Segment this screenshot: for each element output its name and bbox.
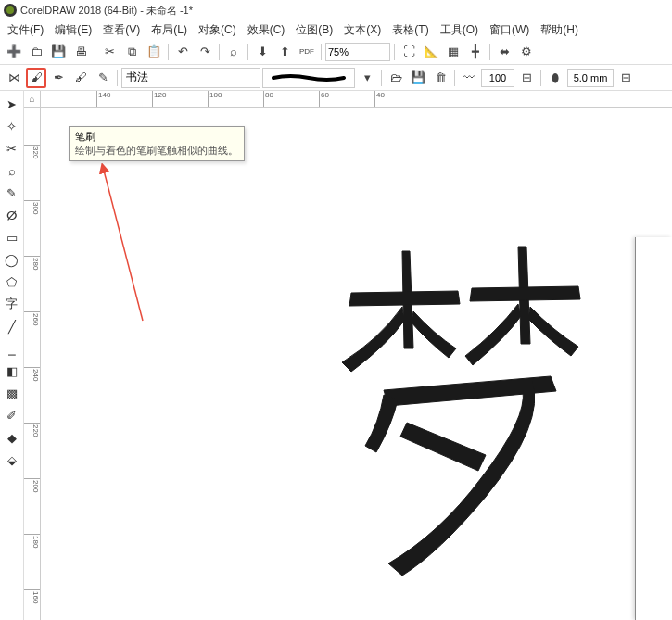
import-icon[interactable]: ⬇ <box>252 42 273 62</box>
polygon-tool-icon[interactable]: ⬠ <box>3 272 21 291</box>
pick-tool-icon[interactable]: ➤ <box>3 95 21 113</box>
separator <box>540 70 541 86</box>
separator <box>321 44 322 60</box>
export-icon[interactable]: ⬆ <box>274 42 295 62</box>
print-icon[interactable]: 🖶 <box>70 42 91 62</box>
title-bar: CorelDRAW 2018 (64-Bit) - 未命名 -1* <box>0 0 672 20</box>
menu-window[interactable]: 窗口(W) <box>486 22 533 38</box>
canvas-area: ⌂ 140 120 100 80 60 40 320 300 280 260 2… <box>24 91 672 620</box>
pdf-icon[interactable]: PDF <box>297 42 317 62</box>
menu-bitmap[interactable]: 位图(B) <box>292 22 336 38</box>
tooltip: 笔刷 绘制与着色的笔刷笔触相似的曲线。 <box>69 126 245 161</box>
menu-file[interactable]: 文件(F) <box>4 22 47 38</box>
menu-edit[interactable]: 编辑(E) <box>51 22 95 38</box>
fullscreen-icon[interactable]: ⛶ <box>399 42 419 62</box>
ruler-tick: 200 <box>24 478 40 492</box>
tooltip-title: 笔刷 <box>75 130 238 144</box>
snap-icon[interactable]: ⬌ <box>494 42 514 62</box>
artistic-media-icon[interactable]: ⵁ <box>3 206 21 224</box>
tooltip-description: 绘制与着色的笔刷笔触相似的曲线。 <box>75 144 238 158</box>
stepper-icon[interactable]: ⊟ <box>516 68 537 88</box>
ruler-tick: 100 <box>208 91 222 107</box>
undo-icon[interactable]: ↶ <box>172 42 193 62</box>
open-icon[interactable]: 🗀 <box>26 42 46 62</box>
guide-icon[interactable]: ╋ <box>465 42 486 62</box>
brush-tool-icon[interactable]: 🖌 <box>26 68 46 88</box>
ruler-tick: 40 <box>374 91 385 107</box>
drop-shadow-icon[interactable]: ◧ <box>3 361 21 380</box>
ruler-tick: 160 <box>24 589 40 603</box>
options-icon[interactable]: ⚙ <box>516 42 537 62</box>
parallel-dim-icon[interactable]: ╱ <box>3 317 21 335</box>
nib-icon[interactable]: ⬮ <box>545 68 565 88</box>
zoom-tool-icon[interactable]: ⌕ <box>3 161 21 180</box>
redo-icon[interactable]: ↷ <box>195 42 215 62</box>
app-icon <box>4 4 17 17</box>
rectangle-tool-icon[interactable]: ▭ <box>3 228 21 247</box>
browse-icon[interactable]: 🗁 <box>386 68 406 88</box>
ruler-origin-icon[interactable]: ⌂ <box>24 91 41 108</box>
delete-icon[interactable]: 🗑 <box>430 68 450 88</box>
menu-object[interactable]: 对象(C) <box>195 22 240 38</box>
annotation-arrow-icon <box>96 163 171 330</box>
svg-line-0 <box>104 171 143 321</box>
copy-icon[interactable]: ⧉ <box>121 42 142 62</box>
artwork-calligraphy <box>300 237 615 589</box>
pressure-icon[interactable]: ✎ <box>93 68 113 88</box>
menu-tools[interactable]: 工具(O) <box>437 22 482 38</box>
stroke-preview[interactable] <box>262 68 355 88</box>
menu-help[interactable]: 帮助(H) <box>537 22 582 38</box>
separator <box>168 44 169 60</box>
toolbox: ➤ ✧ ✂ ⌕ ✎ ⵁ ▭ ◯ ⬠ 字 ╱ ⎯ ◧ ▩ ✐ ◆ ⬙ <box>0 91 24 620</box>
separator <box>219 44 220 60</box>
preset-icon[interactable]: ⋈ <box>4 68 24 88</box>
smoothing-input[interactable] <box>481 69 514 87</box>
text-tool-icon[interactable]: 字 <box>3 295 21 313</box>
menu-text[interactable]: 文本(X) <box>340 22 385 38</box>
separator <box>117 70 118 86</box>
ruler-tick: 60 <box>319 91 329 107</box>
transparency-icon[interactable]: ▩ <box>3 384 21 402</box>
window-title: CorelDRAW 2018 (64-Bit) - 未命名 -1* <box>20 4 193 18</box>
stroke-size-input[interactable] <box>567 69 614 87</box>
save-brush-icon[interactable]: 💾 <box>408 68 428 88</box>
spray-icon[interactable]: ✒ <box>48 68 69 88</box>
ruler-icon[interactable]: 📐 <box>421 42 441 62</box>
new-icon[interactable]: ➕ <box>4 42 24 62</box>
save-icon[interactable]: 💾 <box>48 42 69 62</box>
canvas[interactable]: 笔刷 绘制与着色的笔刷笔触相似的曲线。 <box>41 108 672 620</box>
ruler-tick: 80 <box>263 91 273 107</box>
crop-tool-icon[interactable]: ✂ <box>3 139 21 158</box>
menu-layout[interactable]: 布局(L) <box>147 22 191 38</box>
menu-view[interactable]: 查看(V) <box>99 22 144 38</box>
menu-bar: 文件(F) 编辑(E) 查看(V) 布局(L) 对象(C) 效果(C) 位图(B… <box>0 20 672 39</box>
paste-icon[interactable]: 📋 <box>144 42 164 62</box>
freehand-tool-icon[interactable]: ✎ <box>3 183 21 202</box>
brush-category-select[interactable] <box>121 68 260 88</box>
separator <box>247 44 248 60</box>
stepper-icon[interactable]: ⊟ <box>615 68 636 88</box>
smart-fill-icon[interactable]: ⬙ <box>3 450 21 469</box>
smoothing-icon[interactable]: 〰 <box>459 68 479 88</box>
menu-effect[interactable]: 效果(C) <box>244 22 289 38</box>
separator <box>489 44 490 60</box>
vertical-ruler[interactable]: 320 300 280 260 240 220 200 180 160 <box>24 108 41 620</box>
dropdown-icon[interactable]: ▾ <box>357 68 377 88</box>
connector-icon[interactable]: ⎯ <box>3 339 21 358</box>
zoom-selector[interactable] <box>325 43 390 61</box>
eyedropper-icon[interactable]: ✐ <box>3 406 21 424</box>
ruler-tick: 140 <box>96 91 110 107</box>
cut-icon[interactable]: ✂ <box>99 42 120 62</box>
search-icon[interactable]: ⌕ <box>223 42 244 62</box>
ellipse-tool-icon[interactable]: ◯ <box>3 250 21 269</box>
menu-table[interactable]: 表格(T) <box>388 22 432 38</box>
main-area: ➤ ✧ ✂ ⌕ ✎ ⵁ ▭ ◯ ⬠ 字 ╱ ⎯ ◧ ▩ ✐ ◆ ⬙ ⌂ 140 … <box>0 91 672 620</box>
interactive-fill-icon[interactable]: ◆ <box>3 428 21 447</box>
horizontal-ruler[interactable]: 140 120 100 80 60 40 <box>41 91 672 108</box>
grid-icon[interactable]: ▦ <box>443 42 463 62</box>
separator <box>454 70 455 86</box>
shape-tool-icon[interactable]: ✧ <box>3 117 21 135</box>
ruler-tick: 220 <box>24 423 40 437</box>
calligraphy-icon[interactable]: 🖋 <box>70 68 91 88</box>
ruler-tick: 260 <box>24 311 40 325</box>
